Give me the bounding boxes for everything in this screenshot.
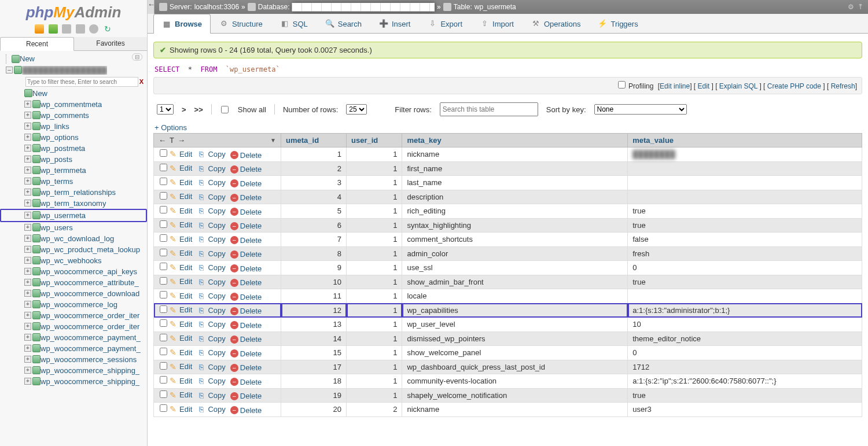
profiling-checkbox[interactable]	[618, 81, 626, 89]
row-checkbox[interactable]	[160, 348, 167, 355]
copy-row-link[interactable]: Copy	[197, 249, 225, 258]
edit-row-link[interactable]: Edit	[168, 249, 192, 258]
edit-row-link[interactable]: Edit	[168, 192, 192, 201]
table-node-wp_posts[interactable]: +wp_posts	[0, 154, 147, 165]
reload-icon[interactable]: ↻	[103, 24, 112, 34]
sql-icon[interactable]	[76, 24, 85, 34]
table-node-wp_terms[interactable]: +wp_terms	[0, 176, 147, 187]
expand-icon[interactable]: +	[24, 279, 31, 286]
table-node-wp_users[interactable]: +wp_users	[0, 222, 147, 233]
col-meta-key[interactable]: meta_key	[407, 136, 441, 145]
edit-row-link[interactable]: Edit	[168, 334, 192, 343]
expand-icon[interactable]: +	[24, 101, 31, 108]
copy-row-link[interactable]: Copy	[197, 405, 225, 414]
table-node-wp_woocommerce_api_keys[interactable]: +wp_woocommerce_api_keys	[0, 266, 147, 277]
delete-row-link[interactable]: Delete	[230, 236, 262, 245]
table-node-wp_woocommerce_download[interactable]: +wp_woocommerce_download	[0, 288, 147, 299]
edit-row-link[interactable]: Edit	[168, 362, 192, 371]
copy-row-link[interactable]: Copy	[197, 292, 225, 301]
col-umeta-id[interactable]: umeta_id	[286, 136, 319, 145]
expand-icon[interactable]: +	[24, 224, 31, 231]
row-checkbox[interactable]	[160, 220, 167, 228]
recent-tab[interactable]: Recent	[0, 37, 74, 51]
expand-icon[interactable]: +	[24, 323, 31, 330]
copy-row-link[interactable]: Copy	[197, 178, 225, 187]
edit-row-link[interactable]: Edit	[168, 376, 192, 385]
expand-icon[interactable]: +	[24, 178, 31, 185]
delete-row-link[interactable]: Delete	[230, 193, 262, 202]
edit-row-link[interactable]: Edit	[168, 348, 192, 357]
collapse-sidebar-icon[interactable]: ←	[148, 0, 155, 14]
clear-filter-icon[interactable]: X	[139, 78, 144, 85]
refresh-link[interactable]: Refresh	[831, 82, 855, 90]
table-node-wp_term_taxonomy[interactable]: +wp_term_taxonomy	[0, 198, 147, 209]
tab-search[interactable]: 🔍Search	[317, 14, 370, 33]
copy-row-link[interactable]: Copy	[197, 334, 225, 343]
row-checkbox[interactable]	[160, 263, 167, 270]
delete-row-link[interactable]: Delete	[230, 278, 262, 287]
row-checkbox[interactable]	[160, 390, 167, 398]
edit-row-link[interactable]: Edit	[168, 263, 192, 272]
edit-row-link[interactable]: Edit	[168, 305, 192, 315]
database-link[interactable]: █████████████████████████████	[292, 3, 435, 11]
delete-row-link[interactable]: Delete	[230, 349, 262, 358]
tab-triggers[interactable]: ⚡Triggers	[589, 14, 646, 33]
sort-by-key-select[interactable]: None	[594, 104, 687, 115]
copy-row-link[interactable]: Copy	[197, 150, 225, 159]
gear-icon[interactable]: ⚙	[848, 3, 854, 11]
table-node-wp_postmeta[interactable]: +wp_postmeta	[0, 143, 147, 154]
copy-row-link[interactable]: Copy	[197, 320, 225, 329]
tab-sql[interactable]: ◧SQL	[271, 14, 317, 33]
row-checkbox[interactable]	[160, 319, 167, 327]
edit-row-link[interactable]: Edit	[168, 234, 192, 244]
row-checkbox[interactable]	[160, 192, 167, 200]
expand-icon[interactable]: +	[24, 134, 31, 141]
edit-row-link[interactable]: Edit	[168, 277, 192, 286]
expand-icon[interactable]: +	[24, 301, 31, 308]
num-rows-select[interactable]: 25	[346, 104, 367, 115]
copy-row-link[interactable]: Copy	[197, 192, 225, 201]
row-checkbox[interactable]	[160, 149, 167, 157]
table-node-wp_wc_webhooks[interactable]: +wp_wc_webhooks	[0, 255, 147, 266]
expand-icon[interactable]: +	[24, 356, 31, 363]
row-checkbox[interactable]	[160, 404, 167, 412]
table-node-wp_woocommerce_order_iter[interactable]: +wp_woocommerce_order_iter	[0, 310, 147, 321]
expand-icon[interactable]: +	[24, 367, 31, 374]
tab-insert[interactable]: ➕Insert	[370, 14, 420, 33]
table-node-wp_options[interactable]: +wp_options	[0, 132, 147, 143]
expand-icon[interactable]: +	[24, 334, 31, 341]
table-node-wp_woocommerce_shipping_[interactable]: +wp_woocommerce_shipping_	[0, 365, 147, 376]
expand-icon[interactable]: +	[24, 212, 31, 219]
table-node-wp_woocommerce_order_iter[interactable]: +wp_woocommerce_order_iter	[0, 321, 147, 332]
table-node-wp_woocommerce_shipping_[interactable]: +wp_woocommerce_shipping_	[0, 376, 147, 387]
expand-icon[interactable]: +	[24, 112, 31, 119]
delete-row-link[interactable]: Delete	[230, 378, 262, 386]
collapse-icon[interactable]: –	[6, 67, 13, 73]
edit-row-link[interactable]: Edit	[168, 220, 192, 230]
copy-row-link[interactable]: Copy	[197, 207, 225, 216]
row-checkbox[interactable]	[160, 164, 167, 171]
settings-icon[interactable]	[89, 24, 98, 34]
expand-icon[interactable]: +	[24, 145, 31, 152]
copy-row-link[interactable]: Copy	[197, 235, 225, 244]
expand-icon[interactable]: +	[24, 156, 31, 163]
table-node-wp_links[interactable]: +wp_links	[0, 121, 147, 132]
options-toggle[interactable]: + Options	[155, 123, 187, 132]
table-node-wp_term_relationships[interactable]: +wp_term_relationships	[0, 187, 147, 198]
delete-row-link[interactable]: Delete	[230, 222, 262, 230]
expand-icon[interactable]: +	[24, 189, 31, 196]
table-node-wp_wc_product_meta_lookup[interactable]: +wp_wc_product_meta_lookup	[0, 244, 147, 255]
row-checkbox[interactable]	[160, 178, 167, 185]
delete-row-link[interactable]: Delete	[230, 179, 262, 188]
delete-row-link[interactable]: Delete	[230, 406, 262, 415]
col-meta-value[interactable]: meta_value	[632, 136, 674, 145]
tab-import[interactable]: ⇧Import	[471, 14, 523, 33]
delete-row-link[interactable]: Delete	[230, 151, 262, 160]
expand-icon[interactable]: +	[24, 268, 31, 275]
edit-row-link[interactable]: Edit	[168, 291, 192, 300]
page-top-icon[interactable]: ⤒	[858, 3, 863, 11]
row-checkbox[interactable]	[160, 291, 167, 298]
row-checkbox[interactable]	[160, 234, 167, 242]
expand-icon[interactable]: +	[24, 246, 31, 253]
table-node-wp_woocommerce_sessions[interactable]: +wp_woocommerce_sessions	[0, 354, 147, 365]
